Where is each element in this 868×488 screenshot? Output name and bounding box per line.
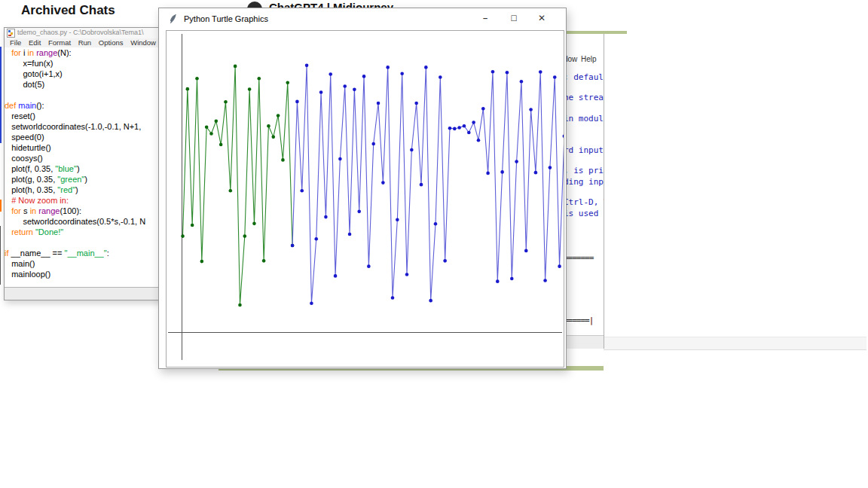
green-series-dot: [215, 119, 219, 123]
blue-series-dot: [381, 181, 385, 185]
green-series-dot: [238, 303, 242, 307]
blue-series-dot: [300, 189, 304, 193]
menu-item-options[interactable]: Options: [99, 38, 124, 47]
shell-separator: ======|: [564, 316, 593, 325]
blue-series-dot: [353, 88, 356, 92]
blue-series-dot: [563, 134, 564, 138]
tk-feather-icon: [167, 14, 178, 24]
blue-series-dot: [510, 277, 514, 281]
green-series-dot: [243, 234, 246, 238]
blue-series-dot: [420, 183, 423, 187]
blue-series-dot: [324, 215, 328, 219]
green-series-dot: [224, 100, 228, 104]
blue-series-line: [292, 66, 564, 303]
blue-series-dot: [506, 71, 509, 75]
blue-series-dot: [386, 66, 390, 69]
blue-series-dot: [457, 126, 461, 130]
green-series-dot: [267, 124, 270, 128]
chatgpt-logo-icon: [247, 2, 262, 8]
blue-series-dot: [343, 84, 347, 88]
blue-series-dot: [439, 75, 442, 79]
left-edge-artifact: [0, 226, 1, 285]
turtle-title-bar[interactable]: Python Turtle Graphics – ☐ ✕: [159, 8, 566, 29]
close-button[interactable]: ✕: [530, 8, 554, 29]
blue-series-dot: [371, 142, 375, 146]
menu-item-format[interactable]: Format: [48, 38, 71, 47]
shell-output-line: he stream: [564, 93, 604, 102]
turtle-canvas: [166, 30, 564, 368]
blue-series-dot: [400, 72, 404, 75]
green-series-dot: [191, 224, 194, 227]
blue-series-dot: [357, 210, 361, 214]
green-series-dot: [252, 222, 256, 226]
blue-series-dot: [543, 279, 547, 282]
maximize-button[interactable]: ☐: [502, 8, 526, 29]
blue-series-dot: [295, 100, 299, 104]
shell-output-line: ; defaults: [564, 72, 604, 82]
blue-series-dot: [391, 296, 395, 300]
blue-series-dot: [500, 170, 504, 174]
blue-series-dot: [496, 279, 500, 283]
green-series-dot: [229, 189, 233, 193]
blue-series-dot: [396, 218, 399, 221]
background-tab-title: ChatGPT4 | Midjourney: [269, 1, 393, 8]
shell-status-bar: [562, 335, 604, 349]
blue-series-dot: [558, 264, 561, 268]
green-series-dot: [248, 87, 252, 91]
green-series-dot: [209, 132, 213, 136]
blue-series-dot: [305, 64, 309, 68]
shell-menu-help[interactable]: Help: [581, 55, 597, 63]
green-series-dot: [181, 234, 185, 238]
blue-series-dot: [534, 171, 538, 175]
blue-series-dot: [467, 131, 471, 135]
blue-series-dot: [515, 160, 518, 163]
blue-series-dot: [377, 102, 381, 105]
idle-file-icon: [7, 29, 15, 38]
blue-series-dot: [443, 259, 447, 263]
blue-series-dot: [553, 75, 557, 79]
blue-series-dot: [429, 299, 432, 303]
shell-output-line: Ctrl-D, W: [564, 197, 604, 207]
blue-series-dot: [319, 90, 323, 94]
blue-series-dot: [334, 274, 338, 278]
shell-output-line: , is printe: [564, 166, 604, 175]
green-series-dot: [281, 158, 285, 162]
shell-output-line: rd input.: [564, 145, 604, 155]
archived-chats-heading: Archived Chats: [21, 3, 115, 18]
blue-series-dot: [486, 172, 490, 175]
left-edge-artifact: [0, 47, 2, 143]
menu-item-run[interactable]: Run: [78, 38, 91, 47]
background-window-band: [604, 337, 866, 350]
background-browser-heading: ChatGPT4 | Midjourney: [243, 0, 447, 8]
green-series-dot: [186, 87, 190, 91]
editor-window-title: tdemo_chaos.py - C:\Dobrovolska\Tema1\: [17, 29, 144, 36]
menu-item-window[interactable]: Window: [130, 38, 156, 47]
shell-separator: =======: [564, 253, 593, 263]
blue-series-dot: [405, 273, 409, 276]
blue-series-dot: [481, 107, 485, 111]
blue-series-dot: [477, 139, 481, 142]
green-series-dot: [234, 65, 237, 69]
turtle-window-title: Python Turtle Graphics: [184, 14, 268, 23]
blue-series-dot: [524, 249, 528, 253]
green-series-dot: [200, 260, 204, 264]
menu-item-file[interactable]: File: [10, 38, 21, 47]
left-edge-artifact: [0, 200, 2, 212]
blue-series-dot: [329, 72, 332, 76]
blue-series-dot: [463, 124, 466, 128]
green-series-dot: [257, 77, 261, 81]
minimize-button[interactable]: –: [473, 8, 497, 29]
chaos-plot: [167, 31, 564, 367]
blue-series-dot: [348, 233, 352, 236]
shell-output-line: is used if: [564, 209, 604, 218]
shell-output-line: in modul: [564, 114, 604, 124]
blue-series-dot: [367, 264, 371, 268]
green-series-dot: [205, 125, 209, 129]
blue-series-dot: [539, 70, 542, 74]
menu-item-edit[interactable]: Edit: [29, 38, 41, 47]
green-series-dot: [277, 114, 280, 117]
shell-window: dow Help ; defaults he stream in modul r…: [562, 34, 604, 349]
blue-series-dot: [453, 127, 457, 131]
blue-series-dot: [410, 148, 414, 152]
blue-series-dot: [414, 102, 418, 105]
